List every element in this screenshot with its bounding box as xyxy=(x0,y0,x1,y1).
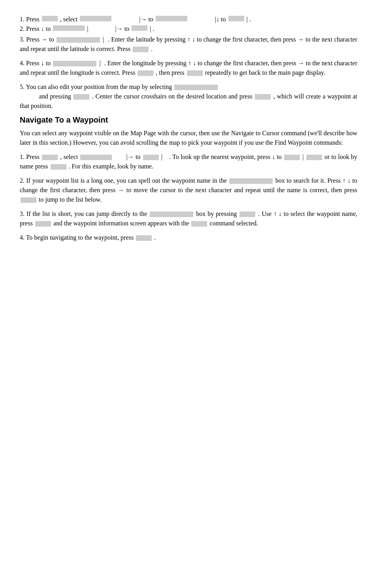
nav-step1-down-box xyxy=(284,155,300,160)
step2-box2 xyxy=(132,25,147,31)
step4-press-box1 xyxy=(138,70,153,76)
step1-pipe: | xyxy=(247,16,248,23)
step3-box xyxy=(57,37,100,43)
step1-to-box2 xyxy=(228,16,244,21)
step-4: 4. Press ↓ to | . Enter the longitude by… xyxy=(20,59,357,78)
nav-step1-name-box xyxy=(51,164,66,170)
step2-pipe2: | xyxy=(150,25,151,32)
step2-box1 xyxy=(53,25,85,31)
nav-step2-box1 xyxy=(229,178,273,184)
step5-box1 xyxy=(174,85,218,90)
nav-step2-press-box xyxy=(21,197,36,203)
step2-label: 2. Press ↓ to xyxy=(20,25,51,32)
step5-box3 xyxy=(255,94,271,100)
step1-select: , select xyxy=(60,16,77,23)
step-5: 5. You can also edit your position from … xyxy=(20,82,357,111)
nav-intro: You can select any waypoint visible on t… xyxy=(20,129,357,147)
step4-box xyxy=(53,61,96,66)
step2-arrow: |→ to xyxy=(115,25,129,32)
step1-key1 xyxy=(42,16,58,21)
page-content: 1. Press , select |→ to |↓ to | . 2. Pre… xyxy=(20,16,357,242)
step1-select-box xyxy=(80,16,111,21)
step5-indent xyxy=(21,94,36,100)
step1-arrow1: |→ to xyxy=(139,16,153,23)
nav-step3-cmd-box xyxy=(191,221,207,227)
step-3: 3. Press → to | . Enter the latitude by … xyxy=(20,35,357,54)
step-2-row: 2. Press ↓ to | |→ to | . xyxy=(20,25,357,32)
step-1-row: 1. Press , select |→ to |↓ to | . xyxy=(20,16,357,23)
nav-step3-press-box2 xyxy=(35,221,51,227)
nav-step1-select-box xyxy=(80,155,112,160)
step1-to-box1 xyxy=(156,16,187,21)
nav-step-1: 1. Press , select |→ to | . To look up t… xyxy=(20,152,357,171)
nav-step1-key xyxy=(42,155,58,160)
nav-step3-box1 xyxy=(150,212,193,217)
nav-step1-to-box xyxy=(143,155,159,160)
nav-step-3: 3. If the list is short, you can jump di… xyxy=(20,209,357,228)
step4-press-box2 xyxy=(187,70,203,76)
nav-step3-press-box xyxy=(239,212,255,217)
nav-step-2: 2. If your waypoint list is a long one, … xyxy=(20,176,357,204)
nav-step-4: 4. To begin navigating to the waypoint, … xyxy=(20,233,357,242)
nav-step4-press-box xyxy=(136,235,152,241)
step1-label: 1. Press xyxy=(20,16,40,23)
step1-period: . xyxy=(249,16,251,23)
step2-period: . xyxy=(153,25,154,32)
nav-step1-or-box xyxy=(306,155,322,160)
section-title: Navigate To a Waypoint xyxy=(20,115,357,125)
step1-arrow2: |↓ to xyxy=(215,16,226,23)
step2-pipe1: | xyxy=(87,25,88,32)
step5-box2 xyxy=(74,94,89,100)
step3-press-box xyxy=(133,47,149,52)
